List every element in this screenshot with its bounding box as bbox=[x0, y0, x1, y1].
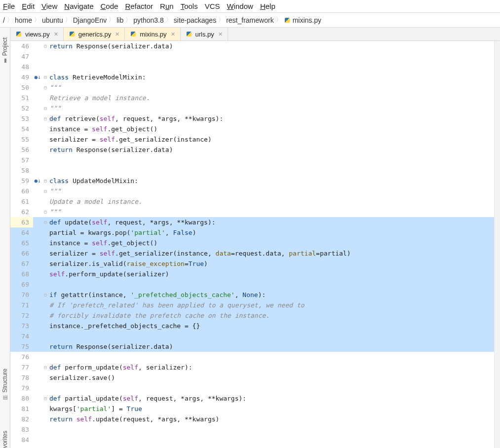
menu-help[interactable]: Help bbox=[260, 2, 275, 10]
fold-toggle[interactable]: ⊟ bbox=[42, 103, 49, 113]
code-line[interactable]: 84 bbox=[10, 435, 494, 445]
menu-tools[interactable]: Tools bbox=[181, 2, 198, 10]
code-text[interactable] bbox=[49, 62, 494, 72]
line-number[interactable]: 70 bbox=[10, 290, 33, 300]
gutter-marker[interactable] bbox=[33, 41, 42, 51]
code-line[interactable]: 74 bbox=[10, 331, 494, 341]
line-number[interactable]: 54 bbox=[10, 124, 33, 134]
line-number[interactable]: 60 bbox=[10, 186, 33, 196]
menu-edit[interactable]: Edit bbox=[22, 2, 35, 10]
gutter-marker[interactable] bbox=[33, 362, 42, 373]
gutter-marker[interactable] bbox=[33, 196, 42, 207]
code-line[interactable]: 59●↓⊟class UpdateModelMixin: bbox=[10, 176, 494, 186]
error-stripe[interactable] bbox=[494, 41, 500, 448]
code-text[interactable]: def retrieve(self, request, *args, **kwa… bbox=[49, 113, 494, 124]
close-icon[interactable]: ✕ bbox=[218, 31, 223, 37]
gutter-marker[interactable]: ●↓ bbox=[33, 176, 42, 186]
code-text[interactable]: serializer = self.get_serializer(instanc… bbox=[49, 248, 494, 259]
tab-generics[interactable]: generics.py ✕ bbox=[64, 28, 125, 40]
code-line[interactable]: 83 bbox=[10, 424, 494, 435]
fold-toggle[interactable] bbox=[42, 238, 49, 248]
code-text[interactable]: kwargs['partial'] = True bbox=[49, 404, 494, 414]
code-line[interactable]: 70⊟ if getattr(instance, '_prefetched_ob… bbox=[10, 290, 494, 300]
gutter-marker[interactable] bbox=[33, 352, 42, 362]
gutter-marker[interactable] bbox=[33, 383, 42, 393]
code-text[interactable]: partial = kwargs.pop('partial', False) bbox=[49, 227, 494, 238]
close-icon[interactable]: ✕ bbox=[54, 31, 58, 37]
code-line[interactable]: 75 return Response(serializer.data) bbox=[10, 341, 494, 352]
gutter-marker[interactable] bbox=[33, 62, 42, 72]
fold-toggle[interactable]: ⊟ bbox=[42, 113, 49, 124]
fold-toggle[interactable] bbox=[42, 93, 49, 103]
tab-urls[interactable]: urls.py ✕ bbox=[181, 28, 228, 40]
gutter-marker[interactable] bbox=[33, 373, 42, 383]
line-number[interactable]: 55 bbox=[10, 134, 33, 145]
tab-mixins[interactable]: mixins.py ✕ bbox=[125, 28, 180, 40]
menu-navigate[interactable]: Navigate bbox=[64, 2, 93, 10]
breadcrumb-root[interactable]: / bbox=[3, 16, 5, 24]
code-line[interactable]: 73 instance._prefetched_objects_cache = … bbox=[10, 321, 494, 331]
line-number[interactable]: 52 bbox=[10, 103, 33, 113]
fold-toggle[interactable]: ⊟ bbox=[42, 362, 49, 373]
code-line[interactable]: 66 serializer = self.get_serializer(inst… bbox=[10, 248, 494, 259]
gutter-marker[interactable] bbox=[33, 341, 42, 352]
gutter-marker[interactable] bbox=[33, 103, 42, 113]
fold-toggle[interactable] bbox=[42, 269, 49, 279]
gutter-marker[interactable] bbox=[33, 51, 42, 62]
line-number[interactable]: 57 bbox=[10, 155, 33, 165]
gutter-marker[interactable] bbox=[33, 82, 42, 93]
gutter-marker[interactable] bbox=[33, 321, 42, 331]
gutter-marker[interactable] bbox=[33, 310, 42, 321]
code-line[interactable]: 68 self.perform_update(serializer) bbox=[10, 269, 494, 279]
fold-toggle[interactable] bbox=[42, 279, 49, 290]
code-line[interactable]: 60⊟ """ bbox=[10, 186, 494, 196]
fold-toggle[interactable]: ⊟ bbox=[42, 207, 49, 217]
line-number[interactable]: 71 bbox=[10, 300, 33, 310]
line-number[interactable]: 46 bbox=[10, 41, 33, 51]
line-number[interactable]: 73 bbox=[10, 321, 33, 331]
line-number[interactable]: 84 bbox=[10, 435, 33, 445]
code-text[interactable]: return Response(serializer.data) bbox=[49, 341, 494, 352]
code-line[interactable]: 58 bbox=[10, 165, 494, 176]
code-line[interactable]: 51 Retrieve a model instance. bbox=[10, 93, 494, 103]
code-text[interactable]: def perform_update(self, serializer): bbox=[49, 362, 494, 373]
fold-toggle[interactable] bbox=[42, 331, 49, 341]
code-text[interactable] bbox=[49, 279, 494, 290]
code-text[interactable]: return self.update(request, *args, **kwa… bbox=[49, 414, 494, 424]
code-line[interactable]: 80⊟ def partial_update(self, request, *a… bbox=[10, 393, 494, 404]
code-line[interactable]: 47 bbox=[10, 51, 494, 62]
code-line[interactable]: 57 bbox=[10, 155, 494, 165]
menu-view[interactable]: View bbox=[41, 2, 57, 10]
line-number[interactable]: 82 bbox=[10, 414, 33, 424]
line-number[interactable]: 79 bbox=[10, 383, 33, 393]
menu-code[interactable]: Code bbox=[101, 2, 118, 10]
line-number[interactable]: 83 bbox=[10, 424, 33, 435]
code-text[interactable]: """ bbox=[49, 82, 494, 93]
code-text[interactable]: # If 'prefetch_related' has been applied… bbox=[49, 300, 494, 310]
code-line[interactable]: 53⊟ def retrieve(self, request, *args, *… bbox=[10, 113, 494, 124]
menu-run[interactable]: Run bbox=[160, 2, 174, 10]
code-text[interactable]: # forcibly invalidate the prefetch cache… bbox=[49, 310, 494, 321]
breadcrumb-file[interactable]: mixins.py bbox=[284, 16, 321, 24]
breadcrumb-item[interactable]: DjangoEnv bbox=[73, 16, 107, 24]
code-line[interactable]: 54 instance = self.get_object() bbox=[10, 124, 494, 134]
gutter-marker[interactable]: ●↓ bbox=[33, 72, 42, 82]
code-text[interactable]: if getattr(instance, '_prefetched_object… bbox=[49, 290, 494, 300]
gutter-marker[interactable] bbox=[33, 435, 42, 445]
code-text[interactable]: """ bbox=[49, 207, 494, 217]
gutter-marker[interactable] bbox=[33, 165, 42, 176]
fold-toggle[interactable]: ⊟ bbox=[42, 41, 49, 51]
fold-toggle[interactable] bbox=[42, 227, 49, 238]
code-text[interactable]: serializer.is_valid(raise_exception=True… bbox=[49, 259, 494, 269]
fold-toggle[interactable] bbox=[42, 300, 49, 310]
fold-toggle[interactable] bbox=[42, 404, 49, 414]
gutter-marker[interactable] bbox=[33, 424, 42, 435]
code-line[interactable]: 61 Update a model instance. bbox=[10, 196, 494, 207]
gutter-marker[interactable] bbox=[33, 207, 42, 217]
fold-toggle[interactable] bbox=[42, 424, 49, 435]
gutter-marker[interactable] bbox=[33, 290, 42, 300]
fold-toggle[interactable] bbox=[42, 248, 49, 259]
gutter-marker[interactable] bbox=[33, 259, 42, 269]
code-text[interactable]: return Response(serializer.data) bbox=[49, 145, 494, 155]
line-number[interactable]: 61 bbox=[10, 196, 33, 207]
